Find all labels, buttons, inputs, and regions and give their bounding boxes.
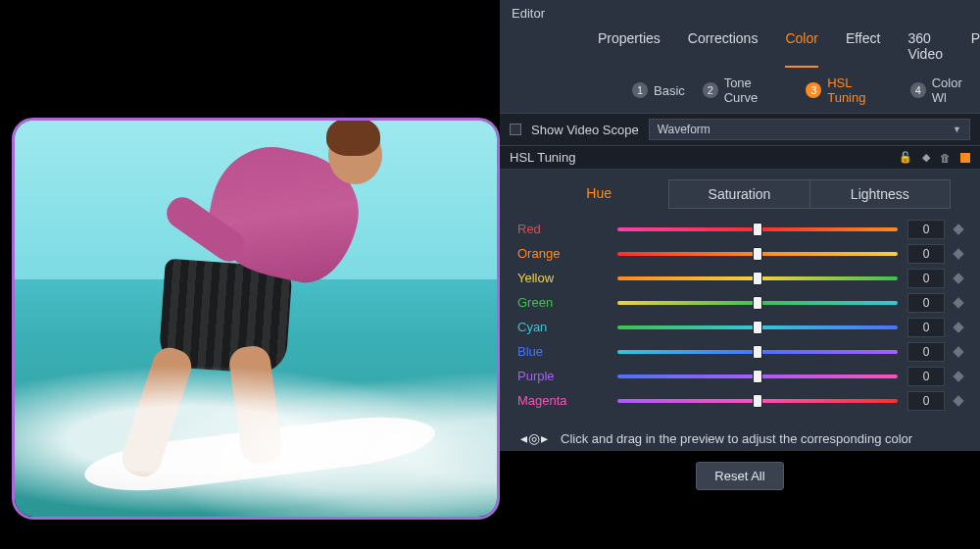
hsl-tab-hue[interactable]: Hue [529,179,668,209]
keyframe-icon[interactable] [953,322,963,332]
subtab-number-icon: 4 [910,82,926,98]
subtab-number-icon: 2 [703,82,718,98]
subtab-basic[interactable]: 1 Basic [632,82,685,98]
top-tabs: Properties Corrections Color Effect 360 … [500,25,980,68]
keyframe-icon[interactable] [953,371,963,381]
slider-label: Magenta [517,393,608,408]
reset-row: Reset All [500,454,980,506]
subtab-label: Tone Curve [724,75,789,105]
slider-thumb[interactable] [753,394,762,408]
subtab-label: Basic [654,83,685,98]
hue-slider-yellow[interactable] [617,276,898,280]
keyframe-icon[interactable] [953,346,963,357]
subtab-number-icon: 3 [806,82,821,98]
section-action-icons: 🔓 ◆ 🗑 [899,151,970,164]
subtab-number-icon: 1 [632,82,648,98]
slider-row-yellow: Yellow 0 [517,266,962,290]
hue-slider-cyan[interactable] [617,325,898,329]
panel-title: Editor [500,0,980,25]
hue-slider-orange[interactable] [617,252,898,256]
slider-row-blue: Blue 0 [517,339,962,364]
slider-label: Orange [517,246,608,261]
slider-value-purple[interactable]: 0 [907,367,945,386]
slider-thumb[interactable] [753,272,762,285]
section-title: HSL Tuning [510,150,575,165]
subtab-hsl-tuning[interactable]: 3 HSL Tuning [806,75,893,105]
tab-properties[interactable]: Properties [598,30,661,62]
hue-slider-red[interactable] [617,227,898,231]
slider-row-purple: Purple 0 [517,364,962,388]
slider-label: Red [517,222,608,236]
reset-all-button[interactable]: Reset All [696,462,783,490]
hsl-tab-lightness[interactable]: Lightness [810,179,951,209]
lock-icon[interactable]: 🔓 [899,151,912,164]
preview-figure-hair [326,118,380,156]
slider-value-green[interactable]: 0 [907,293,945,313]
preview-wave-foam [12,309,500,520]
enable-toggle-icon[interactable] [960,153,970,163]
color-sub-tabs: 1 Basic 2 Tone Curve 3 HSL Tuning 4 Colo… [500,68,980,113]
hue-slider-blue[interactable] [617,350,898,354]
hsl-sliders: Red 0 Orange 0 Yellow 0 Green 0 Cyan 0 [500,211,980,417]
show-scope-checkbox[interactable] [510,124,521,135]
slider-label: Purple [517,369,608,383]
slider-value-cyan[interactable]: 0 [907,318,945,337]
dropdown-caret-icon: ▼ [953,125,961,134]
slider-row-cyan: Cyan 0 [517,315,962,339]
keyframe-icon[interactable] [953,248,963,259]
slider-thumb[interactable] [753,370,762,383]
drag-hint-row: ◂◎▸ Click and drag in the preview to adj… [500,417,980,454]
hue-slider-magenta[interactable] [617,399,898,403]
keyframe-diamond-icon[interactable]: ◆ [922,151,930,164]
slider-row-magenta: Magenta 0 [517,388,962,413]
hsl-section-bar: HSL Tuning 🔓 ◆ 🗑 [500,146,980,170]
video-scope-row: Show Video Scope Waveform ▼ [500,113,980,146]
hsl-tab-saturation[interactable]: Saturation [668,179,809,209]
drag-target-icon[interactable]: ◂◎▸ [519,430,549,446]
subtab-tone-curve[interactable]: 2 Tone Curve [703,75,789,105]
hue-slider-purple[interactable] [617,374,898,378]
slider-thumb[interactable] [753,345,762,359]
slider-thumb[interactable] [753,296,762,310]
video-preview-frame[interactable] [12,118,500,520]
editor-panel: Editor Properties Corrections Color Effe… [500,0,980,451]
slider-row-green: Green 0 [517,290,962,315]
trash-icon[interactable]: 🗑 [940,152,951,164]
tab-effect[interactable]: Effect [846,30,881,62]
slider-row-red: Red 0 [517,217,962,241]
subtab-label: Color Wl [932,75,980,105]
keyframe-icon[interactable] [953,297,963,308]
keyframe-icon[interactable] [953,224,963,234]
slider-thumb[interactable] [753,321,762,334]
tab-corrections[interactable]: Corrections [688,30,759,62]
subtab-label: HSL Tuning [827,75,893,105]
show-scope-label: Show Video Scope [531,123,639,137]
video-preview-image[interactable] [15,121,497,517]
keyframe-icon[interactable] [953,273,963,283]
slider-label: Green [517,295,608,310]
slider-thumb[interactable] [753,247,762,261]
slider-value-magenta[interactable]: 0 [907,391,945,411]
hsl-mode-tabs: Hue Saturation Lightness [500,170,980,211]
tab-more[interactable]: P [971,30,980,62]
slider-thumb[interactable] [753,223,762,236]
slider-value-yellow[interactable]: 0 [907,269,945,288]
subtab-color-wheel[interactable]: 4 Color Wl [910,75,980,105]
scope-mode-value: Waveform [658,123,710,136]
slider-label: Blue [517,344,608,359]
keyframe-icon[interactable] [953,395,963,406]
slider-value-blue[interactable]: 0 [907,342,945,362]
hue-slider-green[interactable] [617,301,898,305]
tab-360video[interactable]: 360 Video [907,30,943,62]
drag-hint-text: Click and drag in the preview to adjust … [561,431,912,446]
tab-color[interactable]: Color [785,30,817,62]
slider-label: Yellow [517,271,608,285]
slider-value-orange[interactable]: 0 [907,244,945,264]
scope-mode-select[interactable]: Waveform ▼ [649,119,970,140]
slider-label: Cyan [517,320,608,334]
slider-row-orange: Orange 0 [517,241,962,266]
slider-value-red[interactable]: 0 [907,220,945,239]
